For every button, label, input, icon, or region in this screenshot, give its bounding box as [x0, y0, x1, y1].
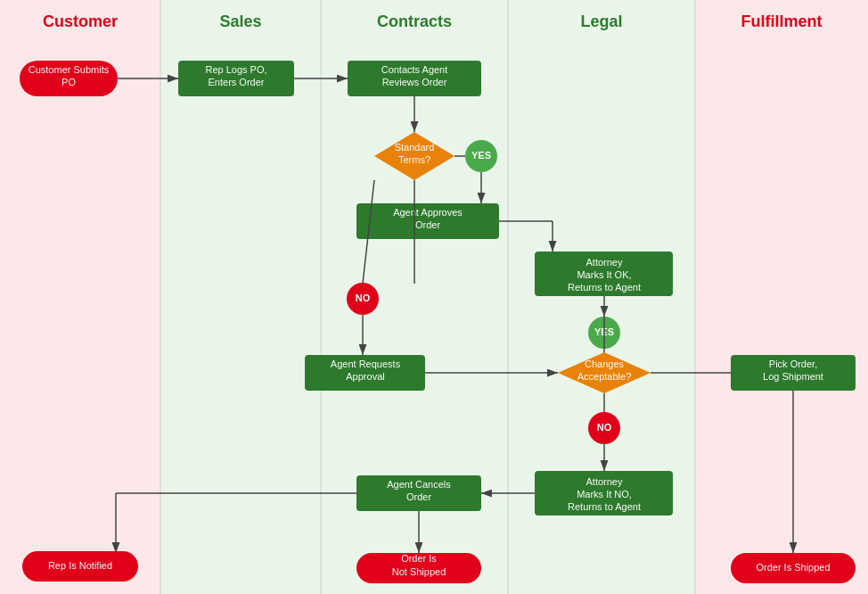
- node-agent-requests: [305, 355, 425, 391]
- node-attorney-marks-ok: [535, 252, 673, 296]
- node-agent-cancels: [356, 475, 481, 511]
- circle-yes2: [588, 317, 620, 349]
- svg-text:Acceptable?: Acceptable?: [577, 371, 632, 382]
- lane-bg-legal: [508, 0, 695, 594]
- circle-no2: [588, 412, 620, 444]
- node-customer-submits-po-text: Customer Submits: [29, 64, 110, 75]
- node-attorney-marks-no: [535, 471, 673, 516]
- node-contacts-agent: [348, 61, 481, 96]
- svg-text:YES: YES: [594, 326, 614, 337]
- svg-text:Order Is Shipped: Order Is Shipped: [756, 562, 830, 573]
- node-standard-terms: [374, 132, 454, 180]
- svg-text:Marks It NO,: Marks It NO,: [577, 489, 632, 499]
- header-contracts: Contracts: [377, 12, 452, 30]
- lane-bg-fulfillment: [695, 0, 868, 594]
- circle-no1: [347, 283, 379, 315]
- circle-yes1: [465, 140, 497, 172]
- node-order-shipped: [731, 553, 856, 583]
- svg-text:Returns to Agent: Returns to Agent: [568, 501, 641, 512]
- svg-text:Attorney: Attorney: [586, 257, 623, 268]
- node-customer-submits-po: [20, 61, 118, 96]
- header-sales: Sales: [219, 12, 261, 30]
- lane-bg-contracts: [321, 0, 508, 594]
- svg-text:Marks It OK,: Marks It OK,: [577, 269, 631, 280]
- svg-text:Agent Approves: Agent Approves: [393, 207, 463, 218]
- svg-text:Order: Order: [406, 491, 431, 502]
- svg-text:Changes: Changes: [585, 359, 625, 369]
- svg-text:Terms?: Terms?: [398, 154, 430, 165]
- svg-text:Approval: Approval: [346, 371, 384, 382]
- svg-text:Rep Is Notified: Rep Is Notified: [48, 560, 112, 571]
- svg-text:NO: NO: [597, 422, 612, 433]
- svg-text:Rep Logs PO,: Rep Logs PO,: [205, 64, 266, 75]
- lane-bg-customer: [0, 0, 160, 594]
- node-rep-logs-po: [178, 61, 294, 96]
- node-agent-approves: [356, 203, 499, 239]
- svg-text:Contacts Agent: Contacts Agent: [381, 64, 448, 75]
- flowchart-container: Customer Sales Contracts Legal Fulfillme…: [0, 0, 868, 594]
- svg-text:Standard: Standard: [395, 142, 435, 153]
- node-rep-notified: [22, 551, 138, 582]
- node-pick-order: [731, 355, 856, 391]
- header-customer: Customer: [43, 12, 118, 30]
- svg-text:Pick Order,: Pick Order,: [769, 359, 817, 369]
- svg-text:NO: NO: [356, 293, 371, 303]
- svg-text:Reviews Order: Reviews Order: [382, 77, 447, 87]
- svg-text:YES: YES: [471, 150, 491, 161]
- lane-bg-sales: [160, 0, 321, 594]
- svg-text:Order Is: Order Is: [401, 553, 437, 564]
- header-legal: Legal: [580, 12, 622, 30]
- header-fulfillment: Fulfillment: [741, 12, 823, 30]
- svg-text:Agent Requests: Agent Requests: [331, 359, 401, 369]
- svg-text:Not Shipped: Not Shipped: [392, 566, 446, 577]
- node-changes-acceptable: [558, 352, 651, 393]
- svg-text:Returns to Agent: Returns to Agent: [568, 282, 641, 293]
- svg-text:Attorney: Attorney: [586, 476, 623, 487]
- svg-text:Order: Order: [415, 219, 440, 230]
- svg-line-29: [363, 180, 374, 284]
- svg-text:Enters Order: Enters Order: [209, 77, 265, 87]
- node-order-not-shipped: [356, 553, 481, 583]
- svg-text:Log Shipment: Log Shipment: [763, 371, 823, 382]
- svg-text:PO: PO: [61, 77, 76, 87]
- svg-text:Agent Cancels: Agent Cancels: [387, 479, 451, 490]
